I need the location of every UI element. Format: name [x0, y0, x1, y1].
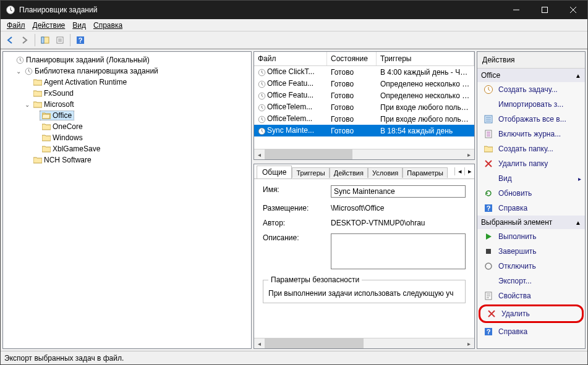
menu-help[interactable]: Справка — [90, 20, 126, 31]
task-row[interactable]: Sync Mainte...ГотовоВ 18:54 каждый день — [254, 125, 474, 136]
svg-point-21 — [485, 263, 492, 269]
action-run[interactable]: Выполнить — [477, 229, 585, 244]
tab-strip: Общие Триггеры Действия Условия Параметр… — [254, 164, 474, 179]
action-enable-history[interactable]: Включить журна... — [477, 127, 585, 141]
horizontal-scrollbar[interactable]: ◂ ▸ — [254, 149, 474, 159]
maximize-button[interactable] — [530, 1, 559, 19]
folder-icon — [33, 156, 42, 164]
action-new-folder[interactable]: Создать папку... — [477, 141, 585, 156]
detail-hscrollbar[interactable]: ◂ ▸ — [254, 338, 474, 348]
action-refresh[interactable]: Обновить — [477, 186, 585, 201]
x-icon — [487, 309, 496, 319]
field-name[interactable]: Sync Maintenance — [331, 185, 466, 198]
action-end[interactable]: Завершить — [477, 244, 585, 259]
svg-rect-20 — [486, 249, 491, 254]
blank-icon — [484, 99, 493, 109]
field-description[interactable] — [331, 233, 466, 269]
tree-item-office[interactable]: Office — [40, 111, 74, 120]
action-help[interactable]: ? Справка — [477, 201, 585, 216]
tab-general[interactable]: Общие — [257, 166, 292, 178]
export-list-button[interactable] — [53, 33, 67, 47]
blank-icon — [484, 174, 493, 183]
menubar: Файл Действие Вид Справка — [1, 19, 587, 31]
task-list: Файл Состояние Триггеры Office ClickT...… — [254, 51, 475, 160]
task-row[interactable]: Office ClickT...ГотовоВ 4:00 каждый день… — [254, 66, 474, 78]
section-office[interactable]: Office▲ — [477, 69, 585, 82]
scroll-right-button[interactable]: ▸ — [464, 338, 474, 348]
menu-file[interactable]: Файл — [3, 20, 29, 31]
col-header-file[interactable]: Файл — [254, 52, 327, 65]
folder-icon — [42, 123, 51, 130]
action-export[interactable]: Экспорт... — [477, 274, 585, 288]
tab-triggers[interactable]: Триггеры — [292, 167, 329, 178]
action-import-task[interactable]: Импортировать з... — [477, 97, 585, 112]
library-icon — [25, 67, 33, 75]
tab-actions[interactable]: Действия — [330, 167, 368, 178]
scroll-left-button[interactable]: ◂ — [254, 338, 265, 348]
action-properties[interactable]: Свойства — [477, 288, 585, 303]
main-area: Планировщик заданий (Локальный) ⌄ Библио… — [1, 49, 587, 351]
tree-root[interactable]: Планировщик заданий (Локальный) — [14, 56, 151, 64]
security-fieldset: Параметры безопасности При выполнении за… — [263, 275, 466, 303]
tab-nav-right[interactable]: ▸ — [464, 167, 474, 175]
col-header-triggers[interactable]: Триггеры — [377, 52, 474, 65]
tree-item-nch[interactable]: NCH Software — [32, 156, 93, 164]
tree-library[interactable]: Библиотека планировщика заданий — [23, 67, 160, 75]
close-button[interactable] — [559, 1, 587, 19]
label-name: Имя: — [263, 185, 331, 194]
col-header-state[interactable]: Состояние — [327, 52, 377, 65]
tree-item-windows[interactable]: Windows — [40, 133, 85, 142]
tab-nav-left[interactable]: ◂ — [454, 167, 464, 175]
help-button[interactable]: ? — [74, 33, 87, 47]
tab-conditions[interactable]: Условия — [368, 167, 403, 178]
show-hide-tree-button[interactable] — [38, 33, 52, 47]
action-show-all-running[interactable]: Отображать все в... — [477, 112, 585, 127]
titlebar: Планировщик заданий — [1, 1, 587, 19]
forward-button[interactable] — [18, 33, 32, 47]
app-icon — [6, 5, 15, 15]
tab-body-general: Имя: Sync Maintenance Размещение: \Micro… — [254, 179, 474, 338]
center-pane: Файл Состояние Триггеры Office ClickT...… — [254, 51, 475, 349]
list-header-row: Файл Состояние Триггеры — [254, 52, 474, 66]
action-view[interactable]: Вид ▸ — [477, 171, 585, 186]
tree-toggle-icon[interactable]: ⌄ — [23, 101, 32, 108]
security-legend: Параметры безопасности — [268, 275, 362, 284]
actions-list[interactable]: Office▲ Создать задачу... Импортировать … — [477, 69, 585, 348]
tree-item-agent[interactable]: Agent Activation Runtime — [32, 78, 129, 86]
tree-item-xblgamesave[interactable]: XblGameSave — [40, 145, 102, 153]
folder-icon — [33, 78, 42, 86]
action-delete[interactable]: Удалить — [479, 304, 584, 323]
menu-action[interactable]: Действие — [29, 20, 69, 31]
task-row[interactable]: OfficeTelem...ГотовоПри входе любого пол… — [254, 113, 474, 125]
tree-pane[interactable]: Планировщик заданий (Локальный) ⌄ Библио… — [2, 51, 252, 349]
folder-icon — [42, 134, 51, 141]
scroll-right-button[interactable]: ▸ — [464, 149, 474, 159]
tree-item-microsoft[interactable]: Microsoft — [32, 100, 76, 109]
action-help-2[interactable]: ? Справка — [477, 324, 585, 339]
task-row[interactable]: Office Featu...ГотовоОпределено нескольк… — [254, 78, 474, 90]
task-row[interactable]: OfficeTelem...ГотовоПри входе любого пол… — [254, 101, 474, 113]
tree-item-onecore[interactable]: OneCore — [40, 122, 85, 131]
play-icon — [484, 232, 493, 241]
tree-toggle-icon[interactable]: ⌄ — [14, 68, 23, 75]
action-create-task[interactable]: Создать задачу... — [477, 82, 585, 97]
label-author: Автор: — [263, 219, 331, 227]
action-disable[interactable]: Отключить — [477, 259, 585, 274]
refresh-icon — [484, 188, 493, 198]
action-delete-folder[interactable]: Удалить папку — [477, 156, 585, 171]
folder-icon — [42, 145, 51, 153]
svg-rect-1 — [542, 7, 548, 13]
tab-settings[interactable]: Параметры — [403, 167, 448, 178]
task-row[interactable]: Office Featu...ГотовоОпределено нескольк… — [254, 90, 474, 101]
back-button[interactable] — [3, 33, 17, 47]
tree-item-fxsound[interactable]: FxSound — [32, 89, 75, 98]
scroll-left-button[interactable]: ◂ — [254, 149, 265, 159]
folder-icon — [484, 144, 493, 154]
list-rows[interactable]: Office ClickT...ГотовоВ 4:00 каждый день… — [254, 66, 474, 149]
menu-view[interactable]: Вид — [69, 20, 90, 31]
section-selected-item[interactable]: Выбранный элемент▲ — [477, 216, 585, 229]
task-scheduler-window: Планировщик заданий Файл Действие Вид Сп… — [0, 0, 588, 365]
statusbar: Экспорт выбранных задач в файл. — [1, 351, 587, 364]
minimize-button[interactable] — [502, 1, 530, 19]
stop-icon — [484, 246, 493, 256]
